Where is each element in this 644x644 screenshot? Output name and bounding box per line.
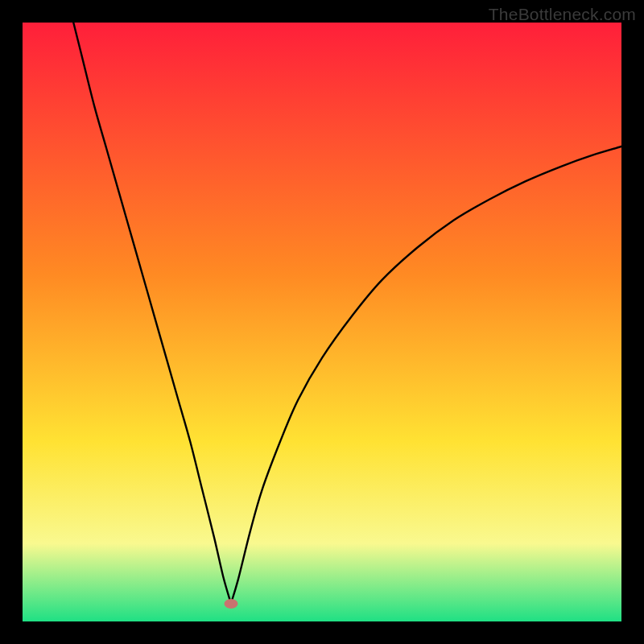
chart-frame (23, 23, 621, 621)
gradient-background (23, 23, 621, 621)
optimum-marker (224, 599, 237, 609)
bottleneck-chart (23, 23, 621, 621)
watermark-text: TheBottleneck.com (489, 5, 636, 24)
